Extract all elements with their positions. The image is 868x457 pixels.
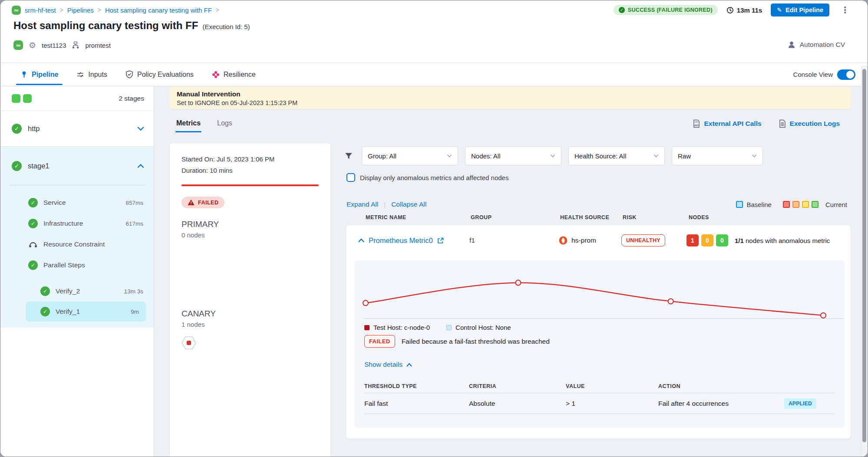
health-source-filter-dropdown[interactable]: Health Source: All (568, 146, 665, 165)
anomalous-checkbox[interactable] (347, 173, 355, 182)
page-title: Host sampling canary testing with FF (13, 20, 198, 32)
execution-logs-link[interactable]: Execution Logs (779, 119, 840, 128)
metric-card: Prometheus Metric0 f1 hs-prom UNHEALTHY … (346, 225, 851, 439)
filter-funnel-icon[interactable] (345, 152, 353, 160)
edit-pipeline-button[interactable]: Edit Pipeline (771, 3, 829, 16)
banner-message: Set to IGNORE on 05-Jul-2023 1:15:23 PM (177, 99, 844, 106)
person-icon (787, 40, 796, 49)
chevron-down-icon[interactable] (137, 126, 144, 131)
col-health-source: HEALTH SOURCE (560, 214, 623, 220)
health-source-name[interactable]: promtest (85, 42, 110, 49)
tab-resilience[interactable]: Resilience (212, 71, 256, 79)
current-swatch-yellow (802, 201, 809, 208)
metric-name-link[interactable]: Prometheus Metric0 (369, 237, 433, 245)
node-count-unhealthy: 1 (686, 234, 699, 247)
chart-color-legend: Baseline Current (736, 201, 847, 208)
divider: | (384, 201, 386, 208)
page-title-row: Host sampling canary testing with FF (Ex… (13, 20, 250, 32)
sidebar-stage-stage1[interactable]: stage1 (0, 147, 154, 185)
console-tabs: Metrics Logs (176, 119, 232, 127)
current-swatch-red (783, 201, 790, 208)
metric-chart-panel: Test Host: c-node-0 Control Host: None F… (354, 260, 845, 428)
progress-bar-failed (182, 184, 319, 186)
expand-all-link[interactable]: Expand All (347, 201, 378, 208)
pipeline-meta-row: test1123 promtest (13, 39, 111, 51)
console-view-label: Console View (793, 71, 833, 78)
baseline-swatch (736, 201, 743, 208)
tab-inputs[interactable]: Inputs (76, 71, 107, 79)
svg-text:API: API (694, 124, 699, 127)
breadcrumb-project[interactable]: srm-hf-test (25, 7, 56, 14)
show-details-link[interactable]: Show details (364, 361, 412, 368)
tab-policy-evaluations[interactable]: Policy Evaluations (125, 70, 194, 79)
node-count-warning: 0 (701, 234, 713, 247)
sidebar-stage-http[interactable]: http (0, 111, 154, 147)
console-view-control: Console View (793, 63, 855, 86)
group-filter-dropdown[interactable]: Group: All (362, 146, 458, 165)
stages-sidebar: 2 stages http stage1 (0, 86, 154, 457)
service-name[interactable]: test1123 (42, 42, 66, 49)
mode-dropdown[interactable]: Raw (672, 146, 763, 165)
tab-pipeline[interactable]: Pipeline (20, 71, 58, 79)
nodes-summary-text: 1/1 nodes with anomalous metric (735, 237, 830, 244)
breadcrumb-separator: > (98, 7, 101, 13)
tab-metrics[interactable]: Metrics (176, 119, 201, 127)
kebab-menu-icon[interactable] (838, 5, 852, 15)
chevron-down-icon (550, 154, 555, 158)
metrics-table-header: METRIC NAME GROUP HEALTH SOURCE RISK NOD… (339, 212, 851, 223)
console-view-toggle[interactable] (837, 69, 855, 80)
success-check-icon (40, 286, 50, 296)
pipeline-icon (20, 71, 28, 79)
col-action: ACTION (658, 383, 835, 389)
breadcrumb-separator: > (216, 7, 219, 13)
collapse-all-link[interactable]: Collapse All (391, 201, 426, 208)
test-host-legend: Test Host: c-node-0 (364, 324, 430, 331)
canary-nodes: 1 nodes (182, 321, 319, 328)
col-criteria: CRITERIA (469, 383, 566, 389)
external-api-calls-link[interactable]: API External API Calls (693, 119, 762, 128)
control-host-legend: Control Host: None (446, 324, 511, 331)
execution-id: (Execution Id: 5) (202, 23, 250, 30)
chevron-up-icon[interactable] (137, 164, 144, 168)
canary-node-hexagon[interactable] (182, 336, 196, 350)
step-verify-2[interactable]: Verify_2 13m 3s (0, 281, 154, 302)
failure-message: Failed because a fail-fast threshold was… (402, 338, 550, 345)
steps-list: Service 857ms Infrastructure 617ms Resou… (0, 185, 154, 322)
external-link-icon[interactable] (437, 237, 444, 244)
chevron-up-icon[interactable] (358, 238, 364, 243)
step-infrastructure[interactable]: Infrastructure 617ms (0, 213, 154, 234)
shield-check-icon (125, 70, 133, 79)
stages-header: 2 stages (0, 86, 154, 111)
stage-status-square (12, 94, 20, 103)
metric-health-source: hs-prom (559, 236, 621, 245)
inputs-icon (76, 71, 84, 79)
app-window: srm-hf-test > Pipelines > Host sampling … (0, 0, 868, 457)
scrollbar-thumb[interactable] (862, 69, 866, 442)
api-document-icon: API (693, 119, 700, 128)
nodes-filter-dropdown[interactable]: Nodes: All (465, 146, 561, 165)
step-resource-constraint[interactable]: Resource Constraint (0, 234, 154, 255)
document-icon (779, 119, 786, 128)
metric-chart (354, 262, 845, 332)
step-service[interactable]: Service 857ms (0, 192, 154, 213)
main-tabbar: Pipeline Inputs Policy Evaluations Resil… (0, 62, 868, 86)
metrics-pane: Group: All Nodes: All Health Source: All… (339, 144, 851, 457)
threshold-type: Fail fast (364, 400, 469, 408)
failure-reason-row: FAILED Failed because a fail-fast thresh… (364, 335, 550, 348)
tab-logs[interactable]: Logs (217, 119, 232, 127)
breadcrumb-pipelines[interactable]: Pipelines (67, 7, 94, 14)
step-verify-1[interactable]: Verify_1 9m (26, 302, 146, 322)
step-parallel-steps[interactable]: Parallel Steps (0, 255, 154, 276)
success-check-icon (12, 124, 22, 134)
baseline-legend-item: Baseline (736, 201, 772, 208)
node-count-healthy: 0 (716, 234, 728, 247)
failed-status-pill: FAILED (182, 197, 224, 208)
success-check-icon (12, 161, 22, 171)
started-on: Started On: Jul 5, 2023 1:06 PM (182, 155, 319, 163)
col-value: VALUE (566, 383, 658, 389)
breadcrumb-pipeline-name[interactable]: Host sampling canary testing with FF (105, 7, 212, 14)
scrollbar-track[interactable] (861, 66, 868, 457)
anomalous-checkbox-label[interactable]: Display only anomalous metrics and affec… (360, 174, 508, 181)
resilience-icon (212, 71, 220, 79)
applied-badge: APPLIED (784, 398, 816, 409)
